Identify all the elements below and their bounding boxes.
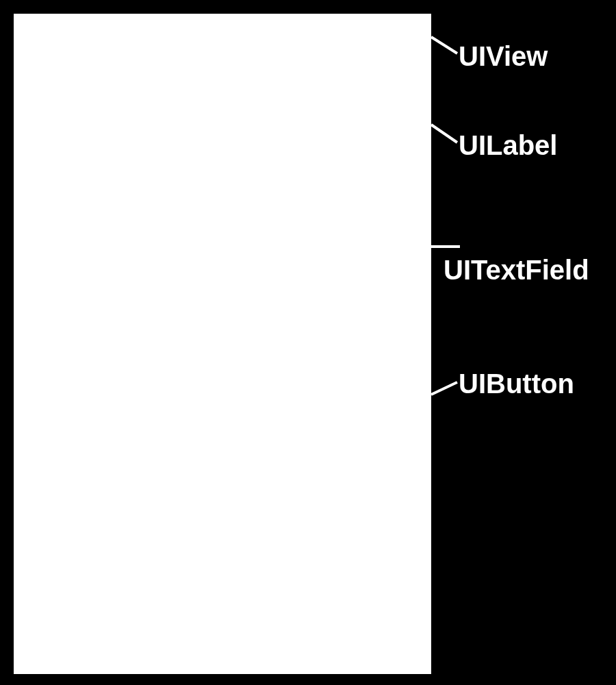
diagram-stage: UIViewUILabelUITextFieldUIButton bbox=[0, 0, 616, 685]
callout-label: UITextField bbox=[444, 256, 589, 284]
callout-label: UIView bbox=[459, 42, 548, 70]
callout-leader-line bbox=[431, 381, 458, 396]
callout-leader-line bbox=[431, 36, 458, 54]
callout-label: UILabel bbox=[459, 132, 557, 159]
callout-label: UIButton bbox=[459, 370, 574, 397]
callout-leader-line bbox=[431, 245, 460, 248]
callout-leader-line bbox=[431, 123, 458, 143]
uiview-rect bbox=[12, 12, 433, 675]
